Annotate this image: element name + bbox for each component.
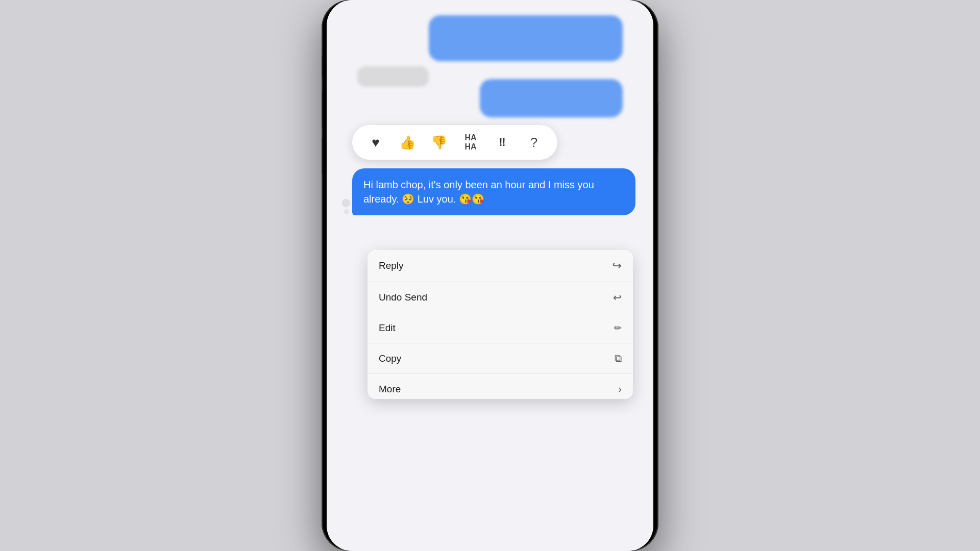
edit-label: Edit [379, 322, 396, 334]
reply-label: Reply [379, 260, 404, 271]
bg-bubble-1 [429, 15, 623, 61]
message-text: Hi lamb chop, it's only been an hour and… [363, 179, 594, 205]
edit-icon: ✏ [614, 322, 622, 334]
reply-menu-item[interactable]: Reply ↩ [368, 250, 633, 282]
reaction-thumbsdown-button[interactable]: 👎 [428, 131, 450, 154]
emphasis-icon: ‼ [499, 136, 505, 149]
volume-down-button [322, 138, 323, 173]
reaction-heart-button[interactable]: ♥ [364, 131, 387, 154]
reaction-picker: ♥ 👍 👎 HAHA ‼ ? [352, 125, 557, 160]
phone-screen: ♥ 👍 👎 HAHA ‼ ? Hi lamb chop, [327, 0, 653, 551]
haha-icon: HAHA [464, 133, 476, 151]
copy-icon: ⧉ [615, 353, 622, 364]
reaction-thumbsup-button[interactable]: 👍 [396, 131, 419, 154]
volume-up-button [322, 92, 323, 128]
more-menu-item[interactable]: More › [368, 374, 633, 399]
reaction-haha-button[interactable]: HAHA [459, 131, 482, 154]
phone-frame: ♥ 👍 👎 HAHA ‼ ? Hi lamb chop, [322, 0, 658, 551]
thumbsup-icon: 👍 [399, 135, 415, 151]
reply-icon: ↩ [612, 259, 622, 272]
undo-send-icon: ↩ [613, 291, 622, 304]
heart-icon: ♥ [372, 135, 379, 151]
undo-send-label: Undo Send [379, 292, 427, 303]
bg-bubble-2 [480, 79, 623, 117]
copy-label: Copy [379, 353, 401, 364]
context-menu: Reply ↩ Undo Send ↩ Edit ✏ Copy ⧉ More › [368, 250, 633, 399]
question-icon: ? [530, 135, 537, 151]
copy-menu-item[interactable]: Copy ⧉ [368, 343, 633, 374]
more-icon: › [618, 383, 622, 395]
undo-send-menu-item[interactable]: Undo Send ↩ [368, 282, 633, 313]
thumbsdown-icon: 👎 [431, 135, 447, 151]
more-label: More [379, 384, 401, 395]
reaction-question-button[interactable]: ? [523, 131, 545, 154]
bg-bubble-gray [357, 66, 429, 87]
edit-menu-item[interactable]: Edit ✏ [368, 313, 633, 343]
reaction-emphasis-button[interactable]: ‼ [491, 131, 513, 154]
message-bubble: Hi lamb chop, it's only been an hour and… [352, 168, 635, 215]
power-button [657, 102, 658, 153]
silent-switch [322, 56, 323, 77]
